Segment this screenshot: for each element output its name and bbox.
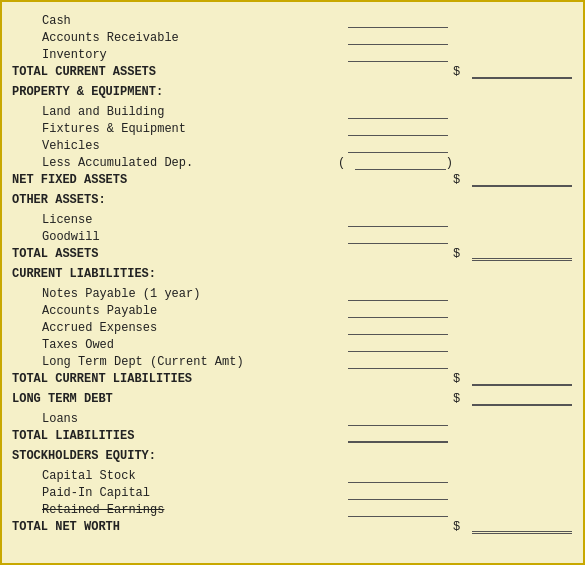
dollar-sign-total-net-worth: $ <box>453 520 460 534</box>
input-land-building[interactable] <box>348 105 448 119</box>
paren-open-less-accum-dep: ( <box>338 156 345 170</box>
dollar-input-total-net-worth[interactable] <box>472 520 572 534</box>
mid-col-paid-in-capital <box>338 486 453 500</box>
total-input-total-liabilities[interactable] <box>348 429 448 443</box>
label-total-current-assets: TOTAL CURRENT ASSETS <box>12 65 338 79</box>
input-taxes-owed[interactable] <box>348 338 448 352</box>
label-long-term-debt: LONG TERM DEBT <box>12 392 338 406</box>
mid-col-retained-earnings <box>338 503 453 517</box>
label-total-net-worth: TOTAL NET WORTH <box>12 520 338 534</box>
row-total-current-liabilities: TOTAL CURRENT LIABILITIES$ <box>12 370 573 387</box>
input-notes-payable[interactable] <box>348 287 448 301</box>
label-total-current-liabilities: TOTAL CURRENT LIABILITIES <box>12 372 338 386</box>
label-long-term-dept: Long Term Dept (Current Amt) <box>12 355 338 369</box>
input-capital-stock[interactable] <box>348 469 448 483</box>
label-land-building: Land and Building <box>12 105 338 119</box>
row-capital-stock: Capital Stock <box>12 467 573 484</box>
row-long-term-debt: LONG TERM DEBT$ <box>12 390 573 407</box>
balance-sheet-form: CashAccounts ReceivableInventoryTOTAL CU… <box>0 0 585 565</box>
input-cash[interactable] <box>348 14 448 28</box>
label-less-accum-dep: Less Accumulated Dep. <box>12 156 338 170</box>
input-goodwill[interactable] <box>348 230 448 244</box>
label-cash: Cash <box>12 14 338 28</box>
mid-col-total-liabilities <box>338 429 453 443</box>
input-less-accum-dep[interactable] <box>355 156 446 170</box>
mid-col-notes-payable <box>338 287 453 301</box>
label-accounts-payable: Accounts Payable <box>12 304 338 318</box>
row-goodwill: Goodwill <box>12 228 573 245</box>
input-fixtures-equipment[interactable] <box>348 122 448 136</box>
label-vehicles: Vehicles <box>12 139 338 153</box>
dollar-col-net-fixed-assets: $ <box>453 173 573 187</box>
dollar-sign-net-fixed-assets: $ <box>453 173 460 187</box>
row-accounts-receivable: Accounts Receivable <box>12 29 573 46</box>
mid-col-taxes-owed <box>338 338 453 352</box>
input-inventory[interactable] <box>348 48 448 62</box>
row-current-liabilities: CURRENT LIABILITIES: <box>12 265 573 282</box>
mid-col-goodwill <box>338 230 453 244</box>
mid-col-fixtures-equipment <box>338 122 453 136</box>
row-total-current-assets: TOTAL CURRENT ASSETS$ <box>12 63 573 80</box>
row-vehicles: Vehicles <box>12 137 573 154</box>
label-other-assets: OTHER ASSETS: <box>12 193 338 207</box>
row-accounts-payable: Accounts Payable <box>12 302 573 319</box>
paren-close-less-accum-dep: ) <box>446 156 453 170</box>
mid-col-accounts-payable <box>338 304 453 318</box>
input-accounts-receivable[interactable] <box>348 31 448 45</box>
label-accrued-expenses: Accrued Expenses <box>12 321 338 335</box>
row-cash: Cash <box>12 12 573 29</box>
dollar-sign-long-term-debt: $ <box>453 392 460 406</box>
label-paid-in-capital: Paid-In Capital <box>12 486 338 500</box>
row-fixtures-equipment: Fixtures & Equipment <box>12 120 573 137</box>
row-paid-in-capital: Paid-In Capital <box>12 484 573 501</box>
row-accrued-expenses: Accrued Expenses <box>12 319 573 336</box>
label-taxes-owed: Taxes Owed <box>12 338 338 352</box>
row-loans: Loans <box>12 410 573 427</box>
dollar-sign-total-assets: $ <box>453 247 460 261</box>
dollar-col-total-assets: $ <box>453 247 573 261</box>
dollar-col-total-current-assets: $ <box>453 65 573 79</box>
label-net-fixed-assets: NET FIXED ASSETS <box>12 173 338 187</box>
row-net-fixed-assets: NET FIXED ASSETS$ <box>12 171 573 188</box>
mid-col-capital-stock <box>338 469 453 483</box>
row-taxes-owed: Taxes Owed <box>12 336 573 353</box>
input-accounts-payable[interactable] <box>348 304 448 318</box>
label-total-liabilities: TOTAL LIABILITIES <box>12 429 338 443</box>
mid-col-accrued-expenses <box>338 321 453 335</box>
dollar-input-total-current-liabilities[interactable] <box>472 372 572 386</box>
dollar-col-total-current-liabilities: $ <box>453 372 573 386</box>
dollar-input-long-term-debt[interactable] <box>472 392 572 406</box>
input-license[interactable] <box>348 213 448 227</box>
mid-col-vehicles <box>338 139 453 153</box>
label-total-assets: TOTAL ASSETS <box>12 247 338 261</box>
mid-col-long-term-dept <box>338 355 453 369</box>
row-total-net-worth: TOTAL NET WORTH$ <box>12 518 573 535</box>
row-total-liabilities: TOTAL LIABILITIES <box>12 427 573 444</box>
label-inventory: Inventory <box>12 48 338 62</box>
dollar-input-net-fixed-assets[interactable] <box>472 173 572 187</box>
input-accrued-expenses[interactable] <box>348 321 448 335</box>
mid-col-land-building <box>338 105 453 119</box>
label-notes-payable: Notes Payable (1 year) <box>12 287 338 301</box>
row-retained-earnings: Retained Earnings <box>12 501 573 518</box>
label-stockholders-equity: STOCKHOLDERS EQUITY: <box>12 449 338 463</box>
label-current-liabilities: CURRENT LIABILITIES: <box>12 267 338 281</box>
mid-col-accounts-receivable <box>338 31 453 45</box>
input-paid-in-capital[interactable] <box>348 486 448 500</box>
row-land-building: Land and Building <box>12 103 573 120</box>
mid-col-license <box>338 213 453 227</box>
input-long-term-dept[interactable] <box>348 355 448 369</box>
input-loans[interactable] <box>348 412 448 426</box>
label-capital-stock: Capital Stock <box>12 469 338 483</box>
input-retained-earnings[interactable] <box>348 503 448 517</box>
dollar-input-total-assets[interactable] <box>472 247 572 261</box>
label-license: License <box>12 213 338 227</box>
input-vehicles[interactable] <box>348 139 448 153</box>
mid-col-loans <box>338 412 453 426</box>
row-notes-payable: Notes Payable (1 year) <box>12 285 573 302</box>
row-stockholders-equity: STOCKHOLDERS EQUITY: <box>12 447 573 464</box>
dollar-sign-total-current-assets: $ <box>453 65 460 79</box>
dollar-input-total-current-assets[interactable] <box>472 65 572 79</box>
label-fixtures-equipment: Fixtures & Equipment <box>12 122 338 136</box>
label-goodwill: Goodwill <box>12 230 338 244</box>
